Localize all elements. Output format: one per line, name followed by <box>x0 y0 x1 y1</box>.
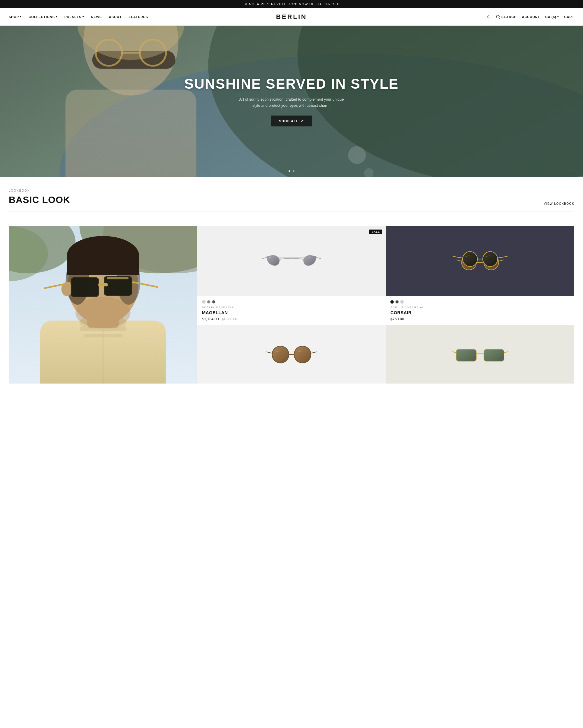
magellan-original-price: $1,200.00 <box>222 317 237 321</box>
magellan-price: $1,134.00 $1,200.00 <box>202 317 381 321</box>
svg-point-58 <box>483 252 498 266</box>
nav-features[interactable]: FEATURES <box>129 15 148 19</box>
feature-image <box>9 226 197 384</box>
magellan-sunglasses-svg <box>262 251 321 272</box>
svg-line-71 <box>504 352 508 353</box>
magellan-brand: BERLIN ESSENTIAL <box>202 306 381 309</box>
nav-collections[interactable]: COLLECTIONS ▾ <box>29 15 57 19</box>
product-card-corsair: BERLIN ESSENTIAL CORSAIR $750.00 <box>386 226 574 325</box>
account-button[interactable]: ACCOUNT <box>522 15 540 19</box>
currency-selector[interactable]: CA ($) ▾ <box>545 15 559 19</box>
corsair-brand: BERLIN ESSENTIAL <box>390 306 570 309</box>
nav-shop[interactable]: SHOP ▾ <box>9 15 22 19</box>
presets-dropdown-arrow: ▾ <box>83 16 84 18</box>
hero-content: SUNSHINE SERVED IN STYLE Art of sunny so… <box>87 76 496 126</box>
lookbook-header: BASIC LOOK VIEW LOOKBOOK <box>9 194 574 211</box>
corsair-colors <box>390 300 570 304</box>
svg-point-14 <box>364 168 374 177</box>
hero-dot-2[interactable] <box>293 170 295 172</box>
sale-badge: SALE <box>369 230 382 234</box>
cart-button[interactable]: CART <box>564 15 574 19</box>
product-card-sm-4 <box>386 325 574 384</box>
hero-title: SUNSHINE SERVED IN STYLE <box>87 76 496 92</box>
site-logo[interactable]: BERLIN <box>276 13 307 21</box>
product-sm-4-svg <box>452 344 508 364</box>
magellan-image[interactable]: SALE <box>197 226 386 296</box>
magellan-colors <box>202 300 381 304</box>
color-option-3[interactable] <box>400 300 404 304</box>
corsair-name[interactable]: CORSAIR <box>390 310 570 315</box>
svg-point-63 <box>294 346 311 363</box>
svg-point-0 <box>496 15 499 18</box>
svg-line-65 <box>267 352 272 353</box>
svg-rect-24 <box>83 334 123 337</box>
svg-rect-38 <box>105 277 132 295</box>
svg-line-55 <box>456 260 462 261</box>
svg-line-60 <box>453 256 463 258</box>
hero-cta-button[interactable]: SHOP ALL ↗ <box>271 116 312 127</box>
shop-dropdown-arrow: ▾ <box>20 16 22 18</box>
product-card-sm-3 <box>197 325 386 384</box>
color-option-1[interactable] <box>202 300 205 304</box>
svg-rect-40 <box>107 277 129 279</box>
lookbook-label: LOOKBOOK <box>9 189 574 192</box>
product-sm-3-image[interactable] <box>197 325 386 384</box>
magellan-sale-price: $1,134.00 <box>202 317 219 321</box>
svg-line-51 <box>316 257 321 258</box>
color-option-2[interactable] <box>207 300 211 304</box>
corsair-image[interactable] <box>386 226 574 296</box>
svg-line-61 <box>498 256 507 258</box>
announcement-text: SUNGLASSES REVOLUTION: NOW UP TO 60% OFF <box>244 2 339 6</box>
hero-dots <box>288 170 295 172</box>
nav-news[interactable]: NEWS <box>91 15 102 19</box>
nav-right: ☾ SEARCH ACCOUNT CA ($) ▾ CART <box>487 15 574 19</box>
currency-dropdown-arrow: ▾ <box>557 16 559 18</box>
hero-cta-arrow: ↗ <box>301 119 304 123</box>
dark-mode-toggle[interactable]: ☾ <box>487 15 491 19</box>
announcement-bar: SUNGLASSES REVOLUTION: NOW UP TO 60% OFF <box>0 0 583 8</box>
product-sm-3-svg <box>265 343 318 366</box>
color-option-3[interactable] <box>212 300 215 304</box>
hero-dot-1[interactable] <box>288 170 290 172</box>
svg-point-57 <box>463 252 477 266</box>
svg-line-66 <box>311 352 316 353</box>
search-button[interactable]: SEARCH <box>496 15 517 19</box>
nav-about[interactable]: ABOUT <box>109 15 121 19</box>
hero-section: SUNSHINE SERVED IN STYLE Art of sunny so… <box>0 26 583 177</box>
magellan-info: BERLIN ESSENTIAL MAGELLAN $1,134.00 $1,2… <box>197 296 386 325</box>
hero-subtitle: Art of sunny sophistication, crafted to … <box>236 97 347 109</box>
svg-point-13 <box>348 146 366 164</box>
lookbook-section: LOOKBOOK BASIC LOOK VIEW LOOKBOOK <box>0 177 583 217</box>
svg-rect-39 <box>98 283 108 286</box>
corsair-info: BERLIN ESSENTIAL CORSAIR $750.00 <box>386 296 574 325</box>
product-sm-4-image[interactable] <box>386 325 574 384</box>
view-lookbook-link[interactable]: VIEW LOOKBOOK <box>544 202 574 205</box>
nav-left: SHOP ▾ COLLECTIONS ▾ PRESETS ▾ NEWS ABOU… <box>9 15 148 19</box>
corsair-sale-price: $750.00 <box>390 317 404 321</box>
corsair-sunglasses-svg <box>451 248 509 275</box>
nav-presets[interactable]: PRESETS ▾ <box>64 15 84 19</box>
corsair-price: $750.00 <box>390 317 570 321</box>
color-option-1[interactable] <box>390 300 394 304</box>
svg-line-1 <box>499 18 500 19</box>
collections-dropdown-arrow: ▾ <box>56 16 57 18</box>
lookbook-title: BASIC LOOK <box>9 194 70 205</box>
svg-line-56 <box>498 260 504 261</box>
products-grid: SALE <box>0 217 583 392</box>
svg-rect-36 <box>72 278 99 296</box>
svg-line-70 <box>452 352 456 353</box>
svg-point-62 <box>272 346 289 363</box>
magellan-name[interactable]: MAGELLAN <box>202 310 381 315</box>
header: SHOP ▾ COLLECTIONS ▾ PRESETS ▾ NEWS ABOU… <box>0 8 583 26</box>
svg-line-50 <box>262 257 267 258</box>
svg-point-33 <box>76 297 131 329</box>
color-option-2[interactable] <box>395 300 399 304</box>
product-card-magellan: SALE <box>197 226 386 325</box>
